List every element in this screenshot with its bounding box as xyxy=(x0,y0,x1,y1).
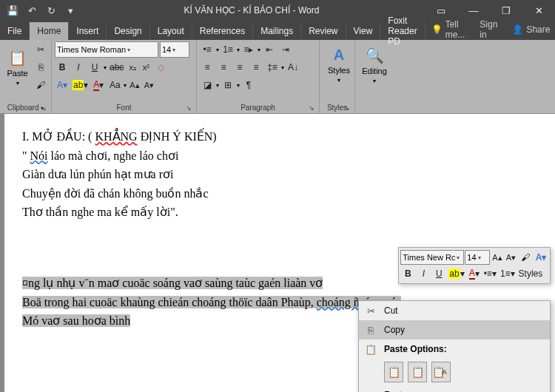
mini-painter-button[interactable]: 🖌 xyxy=(518,249,533,266)
mini-underline-button[interactable]: U xyxy=(431,266,446,282)
mini-highlight-button[interactable]: ab▾ xyxy=(447,266,465,282)
shading-button[interactable]: ◪ xyxy=(200,77,215,93)
restore-icon[interactable]: ❐ xyxy=(490,0,522,21)
align-left-button[interactable]: ≡ xyxy=(200,59,215,75)
ctx-cut-label: Cut xyxy=(384,305,398,316)
line-spacing-button[interactable]: ‡≡ xyxy=(265,59,280,75)
scissors-icon: ✂ xyxy=(363,305,378,317)
dialog-launcher-icon[interactable]: ↘ xyxy=(344,104,350,112)
tab-file[interactable]: File xyxy=(0,22,30,40)
bold-button[interactable]: B xyxy=(55,59,70,75)
tab-layout[interactable]: Layout xyxy=(150,22,192,40)
mini-styles-button[interactable]: A▾ xyxy=(534,249,548,266)
ctx-font[interactable]: A Font... xyxy=(359,385,550,392)
mini-bullets-button[interactable]: •≡▾ xyxy=(482,266,498,282)
paste-text-only-button[interactable]: 📋A xyxy=(431,362,451,382)
justify-button[interactable]: ≡ xyxy=(249,59,263,75)
ctx-copy[interactable]: ⎘ Copy xyxy=(359,320,550,339)
editing-button[interactable]: 🔍 Editing ▾ xyxy=(358,41,391,89)
font-size-combo[interactable]: 14▾ xyxy=(160,41,189,58)
mini-size-combo[interactable]: 14▾ xyxy=(465,250,490,265)
multilevel-button[interactable]: ≡▸ xyxy=(241,41,256,58)
redo-icon[interactable]: ↻ xyxy=(43,2,59,18)
align-center-button[interactable]: ≡ xyxy=(216,59,231,75)
grow-font-button[interactable]: A▴ xyxy=(128,77,141,93)
group-clipboard: 📋 Paste ▾ ✂ ⎘ 🖌 Clipboard ▾↘ xyxy=(0,40,52,113)
tab-insert[interactable]: Insert xyxy=(69,22,107,40)
group-editing: 🔍 Editing ▾ xyxy=(355,40,394,113)
font-a-icon: A xyxy=(363,390,378,393)
sign-in[interactable]: Sign in xyxy=(474,19,503,40)
paragraph-marks-button[interactable]: ¶ xyxy=(241,77,256,93)
quick-access-toolbar: 💾 ↶ ↻ ▾ xyxy=(0,2,78,18)
italic-button[interactable]: I xyxy=(71,59,86,75)
doc-line-2[interactable]: " Nói láo mà chơi, nghe láo chơi xyxy=(22,146,537,166)
doc-line-3[interactable]: Giàn dưa lún phún hạt mưa rơi xyxy=(22,165,537,184)
dialog-launcher-icon[interactable]: ↘ xyxy=(309,104,314,112)
cut-button[interactable]: ✂ xyxy=(33,41,48,58)
dialog-launcher-icon[interactable]: ↘ xyxy=(41,104,47,112)
paste-button[interactable]: 📋 Paste ▾ xyxy=(3,44,32,91)
tab-review[interactable]: Review xyxy=(301,22,346,40)
minimize-icon[interactable]: — xyxy=(457,0,490,21)
save-icon[interactable]: 💾 xyxy=(4,2,21,18)
text-effects-button[interactable]: A▾ xyxy=(55,77,70,93)
paste-merge-button[interactable]: 📋 xyxy=(408,362,427,382)
increase-indent-button[interactable]: ⇥ xyxy=(278,41,293,58)
doc-line-5[interactable]: Thơ thần nghe ma kể mấy lời". xyxy=(22,203,537,222)
ctx-cut[interactable]: ✂ Cut xyxy=(359,301,550,320)
mini-styles-label[interactable]: Styles xyxy=(517,266,545,282)
tell-me-label: Tell me... xyxy=(445,19,465,40)
tab-references[interactable]: References xyxy=(192,22,253,40)
title-bar: 💾 ↶ ↻ ▾ KÍ VĂN HỌC - KÍ BÁO CHÍ - Word ▭… xyxy=(0,0,555,21)
copy-button[interactable]: ⎘ xyxy=(33,59,48,75)
font-label: Font xyxy=(116,104,131,112)
font-color-button[interactable]: A▾ xyxy=(91,77,106,93)
doc-line-1[interactable]: I. MỞ ĐẦU: ( KHẲNG ĐỊNH Ý KIẾN) xyxy=(22,127,537,146)
font-name-combo[interactable]: Times New Roman▾ xyxy=(55,41,158,58)
underline-button[interactable]: U xyxy=(87,59,102,75)
mini-font-combo[interactable]: Times New Rc▾ xyxy=(400,250,464,265)
tab-design[interactable]: Design xyxy=(107,22,149,40)
mini-fontcolor-button[interactable]: A▾ xyxy=(467,266,482,282)
tab-home[interactable]: Home xyxy=(30,22,69,40)
mini-italic-button[interactable]: I xyxy=(416,266,431,282)
numbering-button[interactable]: 1≡ xyxy=(221,41,235,58)
tab-view[interactable]: View xyxy=(346,22,381,40)
clear-format-button[interactable]: ◇ xyxy=(153,59,168,75)
sort-button[interactable]: A↓ xyxy=(286,59,300,75)
borders-button[interactable]: ⊞ xyxy=(221,77,235,93)
format-painter-button[interactable]: 🖌 xyxy=(33,77,48,93)
tell-me[interactable]: 💡Tell me... xyxy=(426,19,471,40)
shrink-font-button[interactable]: A▾ xyxy=(143,77,155,93)
undo-icon[interactable]: ↶ xyxy=(24,2,40,18)
doc-line-4[interactable]: Chuyện đời đã chán không buồn nhắc xyxy=(22,184,537,203)
mini-numbering-button[interactable]: 1≡▾ xyxy=(499,266,517,282)
paste-keep-source-button[interactable]: 📋 xyxy=(384,362,403,382)
subscript-button[interactable]: x₂ xyxy=(127,59,138,75)
mini-toolbar: Times New Rc▾ 14▾ A▴ A▾ 🖌 A▾ B I U ab▾ A… xyxy=(398,247,551,284)
clipboard-icon: 📋 xyxy=(363,344,378,355)
mini-bold-button[interactable]: B xyxy=(400,266,415,282)
change-case-button[interactable]: Aa xyxy=(107,77,122,93)
strike-button[interactable]: abc xyxy=(108,59,125,75)
tab-mailings[interactable]: Mailings xyxy=(253,22,301,40)
decrease-indent-button[interactable]: ⇤ xyxy=(262,41,277,58)
superscript-button[interactable]: x² xyxy=(140,59,152,75)
tab-foxit[interactable]: Foxit Reader PD xyxy=(380,22,425,40)
align-right-button[interactable]: ≡ xyxy=(232,59,247,75)
ctx-paste-label: Paste Options: xyxy=(384,344,447,354)
mini-grow-button[interactable]: A▴ xyxy=(491,249,503,266)
group-paragraph: •≡▾ 1≡▾ ≡▸▾ ⇤ ⇥ ≡ ≡ ≡ ≡ ‡≡▾ A↓ ◪▾ ⊞▾ ¶ P… xyxy=(197,40,320,113)
styles-button[interactable]: A Styles ▾ xyxy=(323,41,355,89)
close-icon[interactable]: ✕ xyxy=(522,0,555,21)
qat-customize-icon[interactable]: ▾ xyxy=(62,2,78,18)
highlight-button[interactable]: ab▾ xyxy=(71,77,90,93)
mini-shrink-button[interactable]: A▾ xyxy=(505,249,517,266)
ribbon-display-icon[interactable]: ▭ xyxy=(425,0,457,21)
dialog-launcher-icon[interactable]: ↘ xyxy=(186,104,192,112)
bullets-button[interactable]: •≡ xyxy=(200,41,215,58)
share-button[interactable]: 👤Share xyxy=(506,24,555,35)
paste-label: Paste xyxy=(7,69,27,78)
find-icon: 🔍 xyxy=(366,47,384,64)
